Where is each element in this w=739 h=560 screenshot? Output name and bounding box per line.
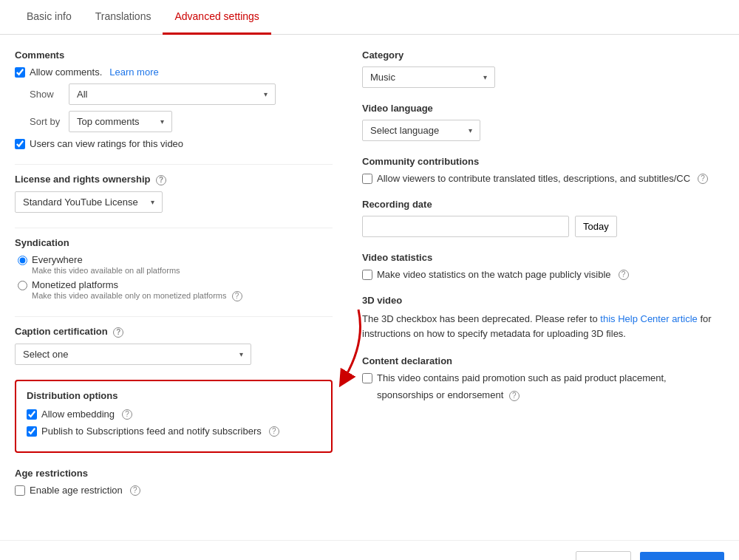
- category-dropdown-arrow: ▾: [483, 73, 487, 81]
- show-dropdown[interactable]: All ▾: [69, 83, 276, 105]
- age-restriction-row: Enable age restriction ?: [15, 485, 333, 496]
- monetized-help-icon[interactable]: ?: [232, 291, 242, 301]
- statistics-checkbox[interactable]: [362, 270, 372, 280]
- everywhere-sublabel: Make this video available on all platfor…: [32, 266, 180, 275]
- license-help-icon[interactable]: ?: [156, 175, 166, 185]
- content-declaration-label: This video contains paid promotion such …: [377, 372, 667, 383]
- caption-title: Caption certification ?: [15, 326, 333, 338]
- distribution-section: Distribution options Allow embedding ? P…: [15, 380, 333, 453]
- recording-input[interactable]: [362, 216, 569, 237]
- license-value: Standard YouTube License: [23, 197, 138, 208]
- video-language-section: Video language Select language ▾: [362, 103, 717, 141]
- tab-basic-info[interactable]: Basic info: [15, 0, 84, 35]
- show-value: All: [77, 89, 87, 100]
- sort-dropdown-arrow: ▾: [160, 117, 164, 126]
- cancel-button[interactable]: Cancel: [576, 551, 630, 560]
- content-declaration-title: Content declaration: [362, 355, 717, 366]
- embedding-checkbox[interactable]: [27, 409, 37, 420]
- category-title: Category: [362, 49, 717, 61]
- content-declaration-row: This video contains paid promotion such …: [362, 372, 717, 383]
- content-declaration-section: Content declaration This video contains …: [362, 355, 717, 401]
- community-help-icon[interactable]: ?: [698, 174, 708, 184]
- comments-section: Comments Allow comments. Learn more Show…: [15, 49, 333, 149]
- sort-value: Top comments: [77, 116, 140, 127]
- statistics-label: Make video statistics on the watch page …: [377, 269, 611, 280]
- language-dropdown[interactable]: Select language ▾: [362, 120, 480, 141]
- language-value: Select language: [370, 125, 439, 136]
- everywhere-radio[interactable]: [18, 256, 27, 265]
- content-declaration-label2: sponsorships or endorsement ?: [362, 389, 717, 401]
- tab-advanced-settings[interactable]: Advanced settings: [163, 0, 270, 35]
- tab-translations[interactable]: Translations: [84, 0, 163, 35]
- ratings-label: Users can view ratings for this video: [30, 138, 183, 149]
- age-restriction-checkbox[interactable]: [15, 485, 25, 496]
- main-content: Comments Allow comments. Learn more Show…: [0, 35, 739, 525]
- category-section: Category Music ▾: [362, 49, 717, 88]
- syndication-section: Syndication Everywhere Make this video a…: [15, 237, 333, 301]
- community-label: Allow viewers to contribute translated t…: [377, 173, 690, 184]
- show-dropdown-arrow: ▾: [264, 90, 268, 98]
- statistics-help-icon[interactable]: ?: [619, 270, 629, 280]
- sort-row: Sort by Top comments ▾: [15, 111, 333, 132]
- video-statistics-title: Video statistics: [362, 252, 717, 263]
- recording-title: Recording date: [362, 199, 717, 210]
- help-center-link[interactable]: this Help Center article: [600, 313, 698, 324]
- statistics-row: Make video statistics on the watch page …: [362, 269, 717, 280]
- threed-section: 3D video The 3D checkbox has been deprec…: [362, 295, 717, 341]
- content-declaration-help-icon[interactable]: ?: [509, 391, 520, 401]
- language-dropdown-arrow: ▾: [469, 126, 472, 134]
- monetized-sublabel: Make this video available only on moneti…: [32, 291, 242, 301]
- caption-dropdown[interactable]: Select one ▾: [15, 344, 251, 365]
- show-row: Show All ▾: [15, 83, 333, 105]
- publish-label: Publish to Subscriptions feed and notify…: [41, 426, 262, 437]
- comments-title: Comments: [15, 49, 333, 61]
- publish-help-icon[interactable]: ?: [269, 426, 279, 437]
- threed-title: 3D video: [362, 295, 717, 306]
- monetized-radio[interactable]: [18, 281, 27, 290]
- divider-3: [15, 316, 333, 317]
- age-restriction-label: Enable age restriction: [30, 485, 123, 496]
- distribution-title: Distribution options: [27, 390, 321, 401]
- age-section: Age restrictions Enable age restriction …: [15, 468, 333, 496]
- video-language-title: Video language: [362, 103, 717, 114]
- ratings-row: Users can view ratings for this video: [15, 138, 333, 149]
- category-dropdown[interactable]: Music ▾: [362, 66, 495, 88]
- distribution-wrapper: Distribution options Allow embedding ? P…: [15, 380, 333, 453]
- allow-comments-label: Allow comments.: [30, 66, 102, 78]
- community-checkbox[interactable]: [362, 174, 372, 184]
- caption-help-icon[interactable]: ?: [113, 327, 123, 338]
- syndication-radio-group: Everywhere Make this video available on …: [15, 254, 333, 301]
- show-label: Show: [30, 89, 63, 100]
- syndication-title: Syndication: [15, 237, 333, 248]
- embedding-row: Allow embedding ?: [27, 409, 321, 420]
- everywhere-labels: Everywhere Make this video available on …: [32, 254, 180, 275]
- divider-2: [15, 228, 333, 228]
- license-section: License and rights ownership ? Standard …: [15, 174, 333, 213]
- today-button[interactable]: Today: [575, 216, 617, 237]
- learn-more-link[interactable]: Learn more: [109, 66, 158, 78]
- publish-checkbox[interactable]: [27, 426, 37, 437]
- video-statistics-section: Video statistics Make video statistics o…: [362, 252, 717, 280]
- save-button[interactable]: Save changes: [640, 552, 724, 560]
- community-row: Allow viewers to contribute translated t…: [362, 173, 717, 184]
- license-dropdown[interactable]: Standard YouTube License ▾: [15, 191, 163, 213]
- content-declaration-checkbox[interactable]: [362, 373, 372, 383]
- embedding-help-icon[interactable]: ?: [122, 409, 132, 420]
- category-value: Music: [370, 72, 395, 83]
- footer: Some changes are not yet saved. Cancel S…: [0, 540, 739, 560]
- publish-row: Publish to Subscriptions feed and notify…: [27, 426, 321, 437]
- embedding-label: Allow embedding: [41, 409, 115, 420]
- license-title: License and rights ownership ?: [15, 174, 333, 185]
- recording-row: Today: [362, 216, 717, 237]
- allow-comments-checkbox[interactable]: [15, 67, 25, 78]
- sort-dropdown[interactable]: Top comments ▾: [69, 111, 172, 132]
- age-restriction-help-icon[interactable]: ?: [130, 485, 140, 496]
- divider-1: [15, 164, 333, 165]
- everywhere-label: Everywhere: [32, 254, 180, 265]
- left-column: Comments Allow comments. Learn more Show…: [15, 49, 333, 511]
- monetized-row: Monetized platforms Make this video avai…: [18, 279, 333, 301]
- tabs-bar: Basic info Translations Advanced setting…: [0, 0, 739, 35]
- ratings-checkbox[interactable]: [15, 139, 25, 149]
- community-section: Community contributions Allow viewers to…: [362, 156, 717, 184]
- caption-section: Caption certification ? Select one ▾: [15, 326, 333, 365]
